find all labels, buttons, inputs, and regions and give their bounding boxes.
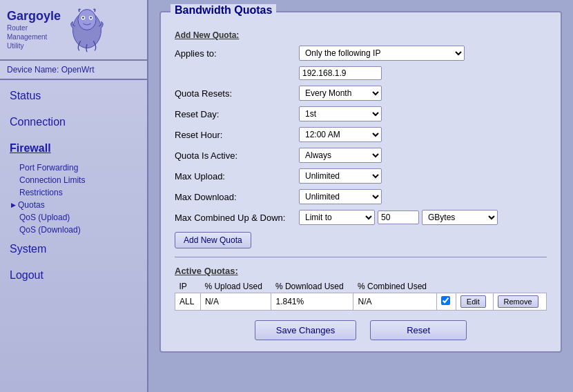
col-upload: % Upload Used — [200, 280, 271, 293]
device-name: Device Name: OpenWrt — [0, 61, 147, 80]
reset-day-select[interactable]: 1st 2nd 3rd — [299, 106, 382, 121]
reset-day-label: Reset Day: — [175, 109, 299, 119]
reset-hour-label: Reset Hour: — [175, 130, 299, 140]
col-ip: IP — [175, 280, 201, 293]
quota-active-select[interactable]: Always Never Schedule — [299, 148, 382, 163]
sidebar: Gargoyle Router Management Utility — [0, 0, 148, 392]
row-checkbox[interactable] — [441, 296, 450, 305]
remove-button[interactable]: Remove — [498, 295, 538, 308]
ip-input[interactable] — [299, 66, 382, 80]
col-edit — [456, 280, 493, 293]
quotas-table: IP % Upload Used % Download Used % Combi… — [175, 280, 547, 311]
sidebar-sub-restrictions[interactable]: Restrictions — [0, 186, 147, 199]
logo-text: Gargoyle Router Management Utility — [7, 9, 61, 50]
max-combined-select[interactable]: Limit to Unlimited — [299, 210, 375, 225]
table-row: ALL N/A 1.841% N/A Edit — [175, 293, 547, 311]
row-checkbox-cell — [436, 293, 456, 311]
max-upload-row: Max Upload: Unlimited Limit to — [175, 168, 547, 184]
active-quotas-section: Active Quotas: IP % Upload Used % Downlo… — [175, 266, 547, 311]
col-combined: % Combined Used — [353, 280, 436, 293]
max-upload-label: Max Upload: — [175, 171, 299, 182]
svg-point-1 — [78, 10, 96, 30]
max-combined-label: Max Combined Up & Down: — [175, 213, 299, 223]
row-ip: ALL — [175, 293, 201, 311]
sidebar-sub-port-forwarding[interactable]: Port Forwarding — [0, 161, 147, 174]
sidebar-sub-connection-limits[interactable]: Connection Limits — [0, 174, 147, 186]
quota-resets-label: Quota Resets: — [175, 88, 299, 99]
add-quota-button[interactable]: Add New Quota — [175, 232, 251, 248]
svg-point-4 — [82, 17, 84, 19]
active-quotas-title: Active Quotas: — [175, 266, 547, 276]
sidebar-item-firewall[interactable]: Firewall — [0, 135, 147, 161]
row-download: 1.841% — [271, 293, 353, 311]
main-content: Bandwidth Quotas Add New Quota: Applies … — [148, 0, 573, 392]
logo-sub: Router Management Utility — [7, 23, 61, 50]
dragon-icon — [66, 6, 108, 54]
panel-title: Bandwidth Quotas — [171, 4, 276, 17]
reset-hour-row: Reset Hour: 12:00 AM 1:00 AM 6:00 AM 12:… — [175, 127, 547, 142]
max-upload-select[interactable]: Unlimited Limit to — [299, 168, 382, 184]
sidebar-item-logout[interactable]: Logout — [0, 262, 147, 288]
quota-resets-row: Quota Resets: Every Month Never Every Ho… — [175, 86, 547, 101]
applies-to-row: Applies to: Only the following IP All IP… — [175, 46, 547, 61]
max-download-label: Max Download: — [175, 192, 299, 202]
sidebar-header: Gargoyle Router Management Utility — [0, 0, 147, 61]
quota-active-row: Quota Is Active: Always Never Schedule — [175, 148, 547, 163]
sidebar-item-status[interactable]: Status — [0, 83, 147, 109]
quota-active-label: Quota Is Active: — [175, 150, 299, 161]
applies-to-label: Applies to: — [175, 48, 299, 59]
divider — [175, 257, 547, 257]
save-changes-button[interactable]: Save Changes — [255, 320, 356, 340]
row-combined: N/A — [353, 293, 436, 311]
sidebar-sub-qos-upload[interactable]: QoS (Upload) — [0, 211, 147, 224]
sidebar-sub-qos-download[interactable]: QoS (Download) — [0, 224, 147, 236]
logo-title: Gargoyle — [7, 9, 61, 23]
add-quota-label: Add New Quota: — [175, 30, 547, 40]
svg-point-5 — [90, 17, 92, 19]
reset-hour-select[interactable]: 12:00 AM 1:00 AM 6:00 AM 12:00 PM — [299, 127, 382, 142]
sidebar-sub-quotas[interactable]: Quotas — [0, 199, 147, 211]
max-download-select[interactable]: Unlimited Limit to — [299, 189, 382, 204]
quota-resets-select[interactable]: Every Month Never Every Hour Every Day E… — [299, 86, 382, 101]
nav-section: Status Connection Firewall Port Forwardi… — [0, 80, 147, 291]
sidebar-item-system[interactable]: System — [0, 236, 147, 262]
reset-button[interactable]: Reset — [370, 320, 467, 340]
col-check — [436, 280, 456, 293]
row-remove-cell: Remove — [493, 293, 546, 311]
col-remove — [493, 280, 546, 293]
edit-button[interactable]: Edit — [460, 295, 486, 308]
max-combined-unit[interactable]: GBytes MBytes — [422, 210, 498, 225]
row-edit-cell: Edit — [456, 293, 493, 311]
applies-to-select[interactable]: Only the following IP All IPs All except… — [299, 46, 465, 61]
ip-row — [175, 66, 547, 80]
col-download: % Download Used — [271, 280, 353, 293]
bandwidth-quotas-panel: Bandwidth Quotas Add New Quota: Applies … — [159, 11, 562, 353]
footer-buttons: Save Changes Reset — [175, 320, 547, 340]
max-combined-amount[interactable] — [378, 210, 419, 224]
quotas-table-header: IP % Upload Used % Download Used % Combi… — [175, 280, 547, 293]
max-combined-controls: Limit to Unlimited GBytes MBytes — [299, 210, 498, 225]
sidebar-item-connection[interactable]: Connection — [0, 109, 147, 135]
max-combined-row: Max Combined Up & Down: Limit to Unlimit… — [175, 210, 547, 225]
reset-day-row: Reset Day: 1st 2nd 3rd — [175, 106, 547, 121]
row-upload: N/A — [200, 293, 271, 311]
max-download-row: Max Download: Unlimited Limit to — [175, 189, 547, 204]
